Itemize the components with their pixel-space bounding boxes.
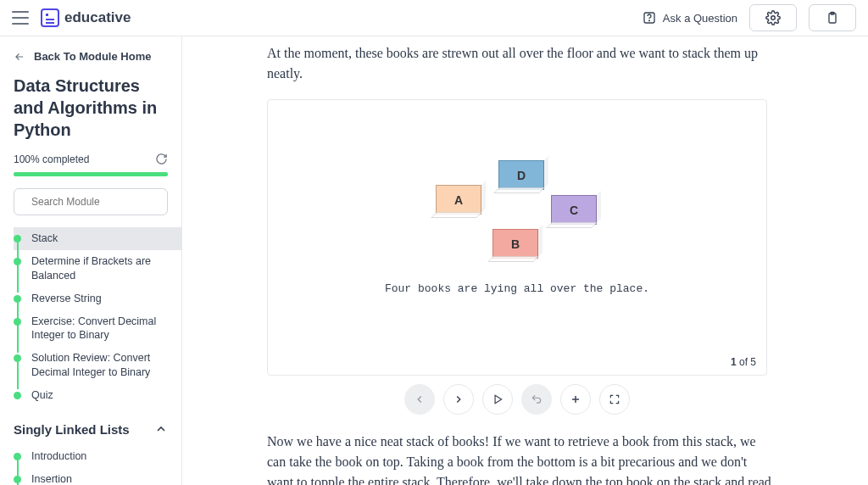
lesson-item-insertion[interactable]: Insertion — [14, 468, 181, 485]
play-icon — [492, 393, 504, 405]
books-illustration: D A C B Four books are lying all over th… — [268, 100, 766, 316]
lesson-item-quiz[interactable]: Quiz — [14, 384, 181, 407]
course-title: Data Structures and Algorithms in Python — [0, 75, 181, 153]
main-content: At the moment, these books are strewn ou… — [182, 36, 868, 485]
ask-question-link[interactable]: Ask a Question — [643, 11, 737, 25]
progress-bar — [14, 172, 168, 176]
slide-caption: Four books are lying all over the place. — [268, 282, 766, 295]
settings-button[interactable] — [749, 4, 797, 31]
clipboard-button[interactable] — [809, 4, 856, 31]
sidebar: Back To Module Home Data Structures and … — [0, 36, 182, 485]
slide-controls — [267, 384, 767, 415]
progress-label: 100% completed — [14, 153, 89, 165]
chevron-right-icon — [453, 393, 465, 405]
logo-mark-icon — [41, 8, 59, 27]
lesson-item-stack[interactable]: Stack — [14, 227, 181, 250]
arrow-left-icon — [14, 51, 25, 63]
refresh-icon[interactable] — [155, 153, 168, 165]
play-button[interactable] — [482, 384, 513, 415]
prev-slide-button — [404, 384, 435, 415]
svg-point-2 — [771, 16, 776, 20]
fullscreen-button[interactable] — [599, 384, 630, 415]
book-a: A — [436, 185, 481, 215]
undo-button — [521, 384, 552, 415]
lesson-item-solution[interactable]: Solution Review: Convert Decimal Integer… — [14, 347, 181, 384]
chevron-up-icon — [154, 422, 168, 436]
lesson-item-exercise[interactable]: Exercise: Convert Decimal Integer to Bin… — [14, 310, 181, 348]
expand-icon — [609, 393, 620, 405]
progress-row: 100% completed — [0, 153, 181, 172]
plus-icon — [570, 393, 581, 405]
book-b: B — [492, 229, 538, 259]
intro-paragraph: At the moment, these books are strewn ou… — [267, 43, 776, 84]
search-input[interactable] — [31, 196, 159, 208]
menu-icon[interactable] — [12, 11, 29, 25]
follow-paragraph: Now we have a nice neat stack of books! … — [267, 432, 776, 485]
lesson-list-1: Stack Determine if Brackets are Balanced… — [0, 227, 181, 407]
slide-card: D A C B Four books are lying all over th… — [267, 99, 767, 376]
search-box[interactable] — [14, 188, 168, 215]
back-to-module-link[interactable]: Back To Module Home — [0, 36, 181, 75]
brand-logo[interactable]: educative — [41, 8, 131, 27]
question-icon — [643, 11, 656, 25]
brand-name: educative — [64, 9, 131, 26]
section-singly-linked-lists[interactable]: Singly Linked Lists — [0, 407, 181, 445]
lesson-list-2: Introduction Insertion Deletion by Value… — [0, 445, 181, 485]
book-d: D — [498, 160, 544, 190]
slide-pager: 1 of 5 — [731, 356, 756, 368]
lesson-item-brackets[interactable]: Determine if Brackets are Balanced — [14, 250, 181, 287]
add-button[interactable] — [560, 384, 591, 415]
top-header: educative Ask a Question — [0, 0, 868, 36]
svg-point-1 — [648, 20, 649, 21]
next-slide-button[interactable] — [443, 384, 474, 415]
lesson-item-intro[interactable]: Introduction — [14, 445, 181, 468]
chevron-left-icon — [414, 393, 426, 405]
undo-icon — [531, 393, 542, 405]
lesson-item-reverse[interactable]: Reverse String — [14, 287, 181, 310]
clipboard-icon — [826, 10, 839, 25]
book-c: C — [551, 195, 597, 225]
gear-icon — [765, 10, 781, 25]
